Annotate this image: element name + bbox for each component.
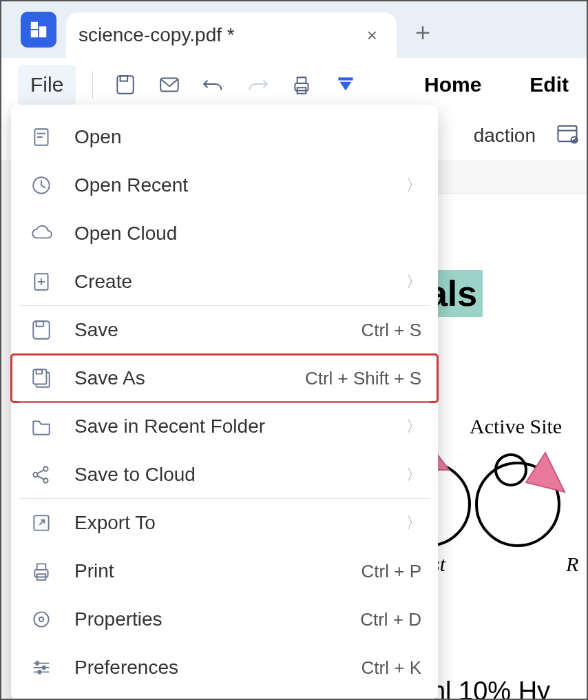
file-menu-button[interactable]: File — [18, 65, 76, 105]
mail-icon[interactable] — [154, 69, 185, 101]
chevron-right-icon: 〉 — [406, 464, 421, 485]
doc-icon — [28, 123, 55, 151]
undo-icon[interactable] — [198, 69, 229, 101]
saveas-icon — [28, 364, 55, 392]
quick-toolbar: File Home Edit — [1, 58, 587, 112]
menu-item-label: Open Recent — [74, 174, 387, 196]
svg-rect-34 — [31, 30, 38, 37]
menu-item-print[interactable]: PrintCtrl + P — [11, 547, 438, 595]
menu-item-properties[interactable]: PropertiesCtrl + D — [11, 595, 438, 644]
chevron-right-icon: 〉 — [406, 513, 421, 533]
chevron-right-icon: 〉 — [406, 175, 421, 196]
toolbar-separator — [92, 71, 93, 99]
menu-item-open[interactable]: Open — [11, 113, 438, 161]
menu-item-save[interactable]: SaveCtrl + S — [11, 306, 438, 354]
new-tab-button[interactable]: ＋ — [397, 15, 449, 49]
file-menu: OpenOpen Recent〉Open CloudCreate〉SaveCtr… — [11, 105, 438, 700]
tab-edit[interactable]: Edit — [512, 73, 587, 96]
menu-item-label: Save in Recent Folder — [74, 415, 387, 438]
menu-item-export[interactable]: Export To〉 — [11, 499, 438, 547]
menu-item-label: Print — [74, 560, 342, 582]
menu-item-accelerator: Ctrl + D — [360, 609, 421, 630]
menu-item-label: Export To — [74, 512, 387, 534]
svg-point-41 — [496, 455, 526, 485]
export-icon — [28, 509, 55, 537]
print-icon[interactable] — [286, 69, 317, 101]
menu-item-label: Save As — [74, 367, 286, 389]
svg-marker-37 — [340, 82, 352, 91]
svg-rect-33 — [31, 22, 38, 29]
menu-item-preferences[interactable]: PreferencesCtrl + K — [11, 644, 438, 692]
ribbon-label-partial[interactable]: daction — [474, 125, 543, 147]
print-icon — [28, 557, 55, 585]
menu-item-open-cloud[interactable]: Open Cloud — [11, 209, 438, 258]
menu-item-label: Save to Cloud — [74, 464, 387, 486]
folder-icon — [28, 413, 55, 440]
redo-icon[interactable] — [242, 69, 273, 101]
menu-item-save-cloud[interactable]: Save to Cloud〉 — [11, 451, 438, 499]
clock-icon — [28, 172, 55, 199]
menu-item-label: Open Cloud — [74, 223, 421, 245]
close-tab-icon[interactable]: × — [360, 22, 384, 49]
tab-home[interactable]: Home — [406, 73, 499, 96]
gear-icon — [28, 606, 55, 633]
annotation-r: R — [566, 553, 578, 576]
document-tab[interactable]: science-copy.pdf * × — [66, 12, 397, 58]
menu-item-label: Save — [74, 319, 342, 341]
menu-item-label: Properties — [74, 608, 341, 630]
menu-item-save-recent[interactable]: Save in Recent Folder〉 — [11, 402, 438, 451]
newdoc-icon — [28, 268, 55, 296]
sliders-icon — [28, 654, 55, 681]
document-tab-title: science-copy.pdf * — [78, 24, 350, 46]
menu-item-accelerator: Ctrl + K — [361, 657, 421, 679]
chevron-right-icon: 〉 — [406, 416, 421, 437]
menu-item-accelerator: Ctrl + S — [361, 320, 421, 341]
cloud-icon — [28, 220, 55, 247]
panel-icon[interactable] — [555, 121, 580, 151]
svg-marker-42 — [526, 453, 565, 492]
share-icon — [28, 461, 55, 488]
menu-item-accelerator: Ctrl + P — [361, 561, 421, 582]
titlebar: science-copy.pdf * × ＋ — [1, 1, 587, 58]
menu-item-save-as[interactable]: Save AsCtrl + Shift + S — [11, 354, 438, 402]
app-logo-icon — [21, 12, 56, 48]
svg-rect-36 — [339, 77, 353, 80]
menu-item-label: Create — [74, 271, 387, 293]
save-icon — [28, 316, 55, 344]
collapse-ribbon-icon[interactable] — [330, 69, 361, 101]
save-icon[interactable] — [109, 69, 141, 101]
menu-item-create[interactable]: Create〉 — [11, 258, 438, 306]
menu-item-accelerator: Ctrl + Shift + S — [305, 368, 421, 389]
svg-rect-35 — [39, 26, 46, 37]
menu-item-label: Open — [74, 126, 421, 148]
chevron-right-icon: 〉 — [406, 271, 421, 292]
menu-item-open-recent[interactable]: Open Recent〉 — [11, 161, 438, 209]
menu-item-label: Preferences — [74, 657, 342, 679]
